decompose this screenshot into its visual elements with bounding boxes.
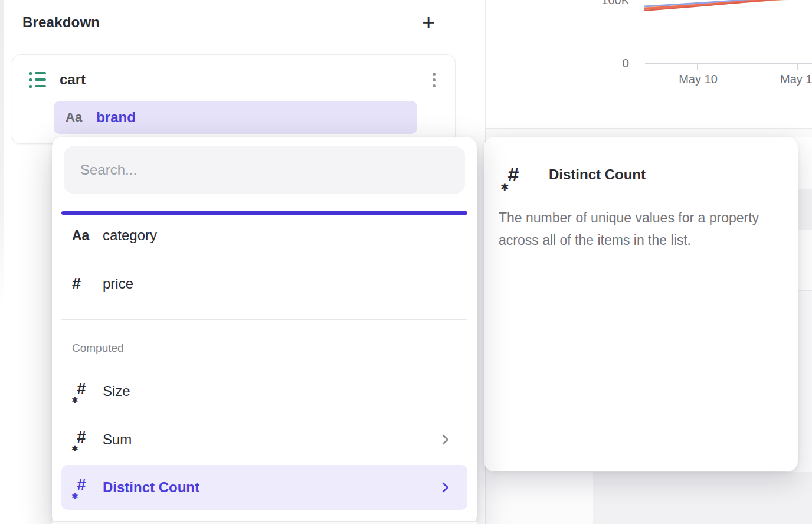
dropdown-item-label: category — [103, 227, 157, 244]
dropdown-item-label: Distinct Count — [103, 479, 199, 496]
dropdown-footer — [52, 522, 477, 524]
left-edge-shadow — [0, 0, 4, 307]
dropdown-item-label: Sum — [103, 431, 132, 448]
chevron-right-icon — [441, 433, 450, 446]
dropdown-item-sum[interactable]: ✱ # Sum — [61, 418, 467, 461]
computed-number-icon: ✱ # — [72, 430, 92, 450]
text-property-icon: Aa — [66, 110, 82, 125]
dropdown-item-label: Size — [103, 383, 130, 399]
computed-number-icon: ✱ # — [500, 163, 526, 189]
computed-number-icon: ✱ # — [72, 477, 92, 497]
number-property-icon: # — [72, 275, 81, 293]
dropdown-item-distinct-count[interactable]: ✱ # Distinct Count — [61, 465, 467, 510]
dropdown-item-category[interactable]: Aa category — [61, 214, 467, 257]
hash-glyph: # — [508, 163, 519, 186]
chevron-right-icon — [441, 481, 450, 494]
hash-glyph: # — [77, 380, 86, 398]
selected-property-brand[interactable]: Aa brand — [54, 101, 417, 134]
table-footer-block — [593, 472, 812, 524]
property-dropdown: Aa category # price Computed ✱ # Size ✱ … — [52, 137, 477, 524]
x-axis-tick — [797, 64, 798, 70]
tooltip-title: Distinct Count — [549, 166, 646, 183]
table-header-strip — [486, 129, 812, 137]
x-axis-label-may10: May 10 — [675, 73, 722, 86]
computed-section-label: Computed — [72, 340, 124, 356]
computed-number-icon: ✱ # — [72, 381, 92, 401]
selected-property-label: brand — [96, 109, 136, 126]
breakdown-section-title: Breakdown — [22, 14, 100, 31]
breakdown-group-card: cart Aa brand — [12, 54, 456, 144]
y-axis-label-0: 0 — [613, 56, 629, 70]
group-name: cart — [60, 71, 86, 88]
group-header-cart[interactable]: cart — [29, 68, 86, 91]
query-builder-canvas: 100K 0 May 10 May 17 Breakdown + cart Aa… — [0, 0, 812, 524]
line-chart-series — [644, 0, 812, 13]
hash-glyph: # — [77, 428, 86, 447]
x-axis-tick — [697, 64, 698, 70]
x-axis-line — [645, 63, 812, 64]
property-info-tooltip: ✱ # Distinct Count The number of unique … — [484, 137, 798, 471]
dropdown-item-label: price — [103, 276, 133, 292]
y-axis-label-100k: 100K — [595, 0, 629, 7]
kebab-menu-icon[interactable] — [425, 68, 442, 91]
x-axis-label-may17: May 17 — [780, 73, 812, 86]
text-property-icon: Aa — [72, 228, 89, 244]
tooltip-description: The number of unique values for a proper… — [499, 207, 783, 251]
dropdown-item-price[interactable]: # price — [61, 262, 467, 306]
dropdown-item-size[interactable]: ✱ # Size — [61, 369, 467, 413]
list-property-icon — [29, 72, 47, 88]
add-breakdown-button[interactable]: + — [414, 8, 443, 37]
search-input[interactable] — [64, 146, 465, 194]
dropdown-divider — [61, 319, 467, 320]
hash-glyph: # — [77, 476, 86, 494]
